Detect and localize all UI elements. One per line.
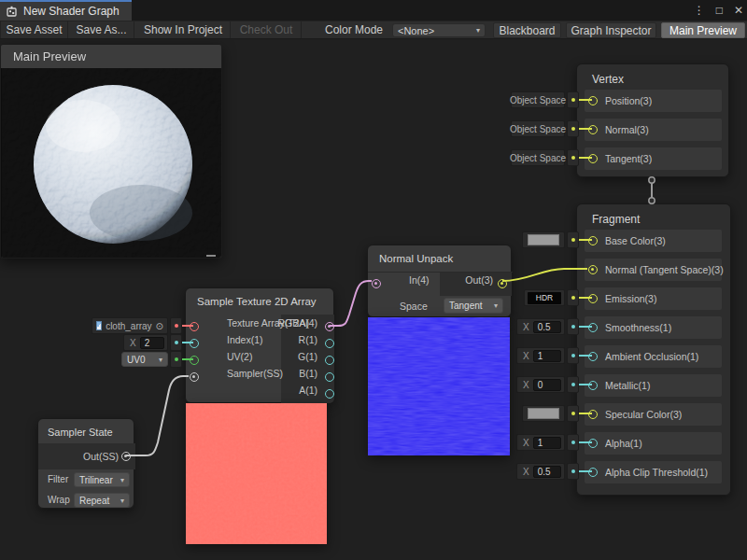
chip-wire-stub [579,239,592,241]
filter-label: Filter [48,474,68,484]
main-preview-toggle-button[interactable]: Main Preview [661,22,745,38]
chip-connector-dot [170,334,182,351]
g-port-label: G(1) [298,351,317,362]
color-mode-label: Color Mode [325,21,383,38]
save-as-button[interactable]: Save As... [69,21,134,38]
x-label: X [523,467,529,477]
g-port[interactable] [325,356,334,365]
uv-channel-value: UV0 [127,355,145,365]
tab-bar: New Shader Graph ⋮ □ ✕ [0,0,747,21]
alpha-clip-value-chip[interactable]: X0.5 [516,463,592,480]
space-chip-label: Object Space [510,95,566,105]
ambient-occlusion-value-field[interactable]: 1 [533,350,561,362]
shader-graph-toolbar: Save Asset Save As... Show In Project Ch… [0,21,747,39]
sampler-port[interactable] [190,372,199,382]
window-maximize-icon[interactable]: □ [716,0,723,21]
chip-wire-stub [182,358,193,360]
chevron-down-icon: ▾ [120,497,124,505]
fragment-row-specular-color: Specular Color(3) [585,403,722,426]
vertex-row-position: Position(3) [585,90,722,112]
graph-canvas[interactable]: Main Preview Vertex Position(3) Normal(3… [0,39,747,560]
wrap-dropdown[interactable]: Repeat ▾ [74,493,130,508]
vertex-row-normal: Normal(3) [585,119,722,141]
space-label: Space [400,301,428,312]
fragment-row-alpha-clip: Alpha Clip Threshold(1) [585,461,722,483]
window-close-icon[interactable]: ✕ [734,0,743,21]
filter-value: Trilinear [79,475,113,485]
ambient-occlusion-value-chip[interactable]: X1 [516,347,592,364]
chip-connector-dot [170,351,182,368]
base-color-label: Base Color(3) [605,235,666,246]
position-space-chip[interactable]: Object Space [511,91,592,108]
rgba-port-label: RGBA(4) [277,317,317,329]
b-port[interactable] [325,372,334,382]
color-swatch[interactable] [528,408,559,419]
chip-wire-stub [579,355,592,357]
space-dropdown[interactable]: Tangent ▾ [444,298,503,314]
in-port[interactable] [372,279,381,288]
wrap-label: Wrap [48,495,70,505]
out-ss-port-label: Out(SS) [83,451,119,462]
chip-connector-dot [567,434,579,451]
metallic-value-field[interactable]: 0 [533,379,561,391]
window-controls: ⋮ □ ✕ [694,0,743,21]
window-menu-icon[interactable]: ⋮ [694,0,705,21]
chip-wire-stub [579,413,592,414]
sample-texture-2d-array-node[interactable]: Sample Texture 2D Array Texture Array(T2… [185,287,334,403]
main-preview-header[interactable]: Main Preview [1,45,221,68]
object-picker-icon[interactable]: ⊙ [156,321,163,331]
fragment-node[interactable]: Fragment Base Color(3) Normal (Tangent S… [576,203,731,496]
main-preview-viewport[interactable] [1,68,221,259]
color-mode-dropdown[interactable]: <None> ▾ [392,23,486,37]
chip-wire-stub [182,325,193,327]
a-port[interactable] [325,389,334,399]
save-asset-button[interactable]: Save Asset [0,21,68,38]
chevron-down-icon: ▾ [159,356,162,364]
out-port-label: Out(3) [465,274,493,286]
index-value-field[interactable]: 2 [140,337,164,349]
uv-channel-dropdown[interactable]: UV0 ▾ [121,352,168,367]
normal-ts-port[interactable] [588,265,598,274]
space-chip-label: Object Space [510,124,566,134]
smoothness-value-chip[interactable]: X0.5 [516,318,592,335]
tab-new-shader-graph[interactable]: New Shader Graph [0,0,132,21]
vertex-node-title: Vertex [592,73,624,86]
graph-inspector-toggle-button[interactable]: Graph Inspector [566,22,656,38]
alpha-value-field[interactable]: 1 [533,437,561,449]
tangent-space-chip[interactable]: Object Space [511,149,592,166]
out-ss-port[interactable] [121,452,131,461]
alpha-clip-value-field[interactable]: 0.5 [533,466,561,478]
alpha-value-chip[interactable]: X1 [516,434,592,451]
hdr-color-field[interactable]: HDR [528,292,561,304]
sampler-state-node[interactable]: Sampler State Out(SS) Filter Trilinear ▾… [37,418,134,509]
vertex-node[interactable]: Vertex Position(3) Normal(3) Tangent(3) [576,63,729,177]
main-preview-panel: Main Preview [0,44,222,259]
base-color-swatch-chip[interactable] [522,231,592,248]
metallic-label: Metallic(1) [605,380,650,391]
show-in-project-button[interactable]: Show In Project [136,21,231,38]
wrap-value: Repeat [79,496,109,506]
panel-resize-handle[interactable] [206,255,216,257]
chip-connector-dot [567,289,579,306]
normal-space-chip[interactable]: Object Space [511,120,592,137]
cloth-array-texture-chip[interactable]: cloth_array ⊙ [92,317,193,334]
x-label: X [523,351,529,361]
rgba-port[interactable] [325,322,334,331]
chip-wire-stub [579,326,592,328]
metallic-value-chip[interactable]: X0 [516,376,592,393]
emission-hdr-chip[interactable]: HDR [524,289,592,306]
blackboard-toggle-button[interactable]: Blackboard [493,22,561,38]
tab-title: New Shader Graph [23,5,120,18]
chevron-down-icon: ▾ [494,301,498,310]
normal-unpack-node[interactable]: Normal Unpack In(4) Out(3) Space Tangent… [367,245,512,317]
r-port[interactable] [325,339,334,348]
index-value-chip[interactable]: X2 [123,334,193,351]
chip-connector-dot [567,91,579,108]
filter-dropdown[interactable]: Trilinear ▾ [74,472,130,487]
uv-channel-chip[interactable]: UV0 ▾ [121,351,193,368]
smoothness-value-field[interactable]: 0.5 [533,321,561,333]
color-swatch[interactable] [528,234,559,245]
specular-color-swatch-chip[interactable] [522,405,592,422]
out-port[interactable] [498,279,507,288]
chip-connector-dot [567,405,579,422]
